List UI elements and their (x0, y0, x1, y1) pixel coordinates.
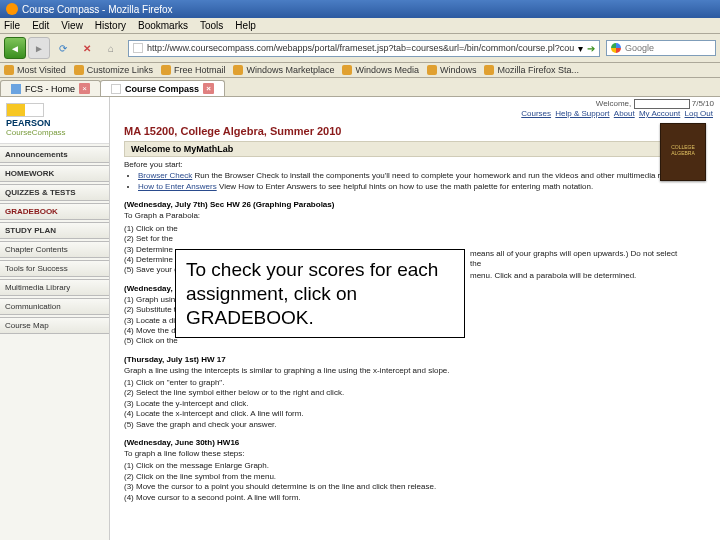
nav-homework[interactable]: HOMEWORK (0, 165, 109, 182)
bullet-browser-check: Browser Check Run the Browser Check to i… (138, 171, 706, 182)
tab-fcs-home[interactable]: FCS - Home × (0, 80, 101, 96)
course-title: MA 15200, College Algebra, Summer 2010 (124, 125, 706, 137)
nav-coursemap[interactable]: Course Map (0, 317, 109, 334)
bookmark-bar: Most Visited Customize Links Free Hotmai… (0, 63, 720, 78)
brand-pearson: PEARSON (6, 118, 103, 128)
enter-answers-link[interactable]: How to Enter Answers (138, 182, 217, 191)
menu-view[interactable]: View (61, 20, 83, 31)
top-account-nav: Welcome, 7/5/10 Courses Help & Support A… (520, 99, 714, 118)
brand-coursecompass: CourseCompass (6, 128, 103, 137)
close-icon[interactable]: × (203, 83, 214, 94)
page-icon (233, 65, 243, 75)
callout-box: To check your scores for each assignment… (175, 249, 465, 338)
bookmark-marketplace[interactable]: Windows Marketplace (233, 65, 334, 75)
menu-history[interactable]: History (95, 20, 126, 31)
callout-text: To check your scores for each assignment… (186, 259, 438, 328)
bookmark-mozilla[interactable]: Mozilla Firefox Sta... (484, 65, 579, 75)
folder-icon (4, 65, 14, 75)
page-icon (74, 65, 84, 75)
hw-sidenote-1b: menu. Click and a parabola will be deter… (470, 271, 690, 281)
tab-icon (111, 84, 121, 94)
brand-block: PEARSON CourseCompass (0, 97, 109, 144)
page-icon (342, 65, 352, 75)
date-label: 7/5/10 (692, 99, 714, 108)
hw-block-4: (Wednesday, June 30th) HW16 To graph a l… (124, 438, 706, 503)
before-you-start: Before you start: Browser Check Run the … (124, 160, 706, 192)
link-courses[interactable]: Courses (521, 109, 551, 118)
tab-icon (11, 84, 21, 94)
search-input[interactable] (625, 43, 695, 53)
nav-multimedia[interactable]: Multimedia Library (0, 279, 109, 296)
bookmark-hotmail[interactable]: Free Hotmail (161, 65, 226, 75)
bookmark-customize[interactable]: Customize Links (74, 65, 153, 75)
site-icon (133, 43, 143, 53)
window-titlebar: Course Compass - Mozilla Firefox (0, 0, 720, 18)
hw-intro-4: To graph a line follow these steps: (124, 449, 706, 459)
nav-chapter[interactable]: Chapter Contents (0, 241, 109, 258)
home-button[interactable]: ⌂ (100, 37, 122, 59)
left-nav: Announcements HOMEWORK QUIZZES & TESTS G… (0, 144, 109, 334)
nav-studyplan[interactable]: STUDY PLAN (0, 222, 109, 239)
forward-button: ► (28, 37, 50, 59)
username-field[interactable] (634, 99, 690, 109)
bookmark-media[interactable]: Windows Media (342, 65, 419, 75)
back-button[interactable]: ◄ (4, 37, 26, 59)
page-icon (161, 65, 171, 75)
menu-edit[interactable]: Edit (32, 20, 49, 31)
firefox-icon (6, 3, 18, 15)
link-logout[interactable]: Log Out (685, 109, 713, 118)
browser-check-link[interactable]: Browser Check (138, 171, 192, 180)
tab-bar: FCS - Home × Course Compass × (0, 78, 720, 97)
hw-intro-3: Graph a line using the intercepts is sim… (124, 366, 706, 376)
page-icon (484, 65, 494, 75)
close-icon[interactable]: × (79, 83, 90, 94)
window-title: Course Compass - Mozilla Firefox (22, 4, 173, 15)
menu-file[interactable]: File (4, 20, 20, 31)
bookmark-most-visited[interactable]: Most Visited (4, 65, 66, 75)
search-box[interactable] (606, 40, 716, 56)
left-sidebar: PEARSON CourseCompass Announcements HOME… (0, 97, 110, 540)
dropdown-icon[interactable]: ▾ (578, 43, 583, 54)
nav-gradebook[interactable]: GRADEBOOK (0, 203, 109, 220)
menu-bookmarks[interactable]: Bookmarks (138, 20, 188, 31)
bookmark-windows[interactable]: Windows (427, 65, 477, 75)
hw-date-1: (Wednesday, July 7th) Sec HW 26 (Graphin… (124, 200, 706, 209)
stop-button[interactable]: ✕ (76, 37, 98, 59)
hw-date-3: (Thursday, July 1st) HW 17 (124, 355, 706, 364)
url-bar[interactable]: http://www.coursecompass.com/webapps/por… (128, 40, 600, 57)
reload-button[interactable]: ⟳ (52, 37, 74, 59)
hw-sidenote-1: means all of your graphs will open upwar… (470, 249, 690, 270)
link-help[interactable]: Help & Support (555, 109, 609, 118)
hw-intro-1: To Graph a Parabola: (124, 211, 706, 221)
hw-date-4: (Wednesday, June 30th) HW16 (124, 438, 706, 447)
hw-block-3: (Thursday, July 1st) HW 17 Graph a line … (124, 355, 706, 430)
hw-steps-4: (1) Click on the message Enlarge Graph. … (124, 461, 706, 503)
url-text: http://www.coursecompass.com/webapps/por… (147, 43, 574, 53)
link-account[interactable]: My Account (639, 109, 680, 118)
page-icon (427, 65, 437, 75)
pearson-logo-icon (6, 103, 44, 117)
nav-tools[interactable]: Tools for Success (0, 260, 109, 277)
menu-bar: File Edit View History Bookmarks Tools H… (0, 18, 720, 34)
menu-tools[interactable]: Tools (200, 20, 223, 31)
section-title: Welcome to MyMathLab (124, 141, 706, 157)
link-about[interactable]: About (614, 109, 635, 118)
bullet-enter-answers: How to Enter Answers View How to Enter A… (138, 182, 706, 193)
welcome-label: Welcome, (596, 99, 631, 108)
hw-steps-3: (1) Click on "enter to graph". (2) Selec… (124, 378, 706, 430)
google-icon (611, 43, 621, 53)
nav-toolbar: ◄ ► ⟳ ✕ ⌂ http://www.coursecompass.com/w… (0, 34, 720, 63)
nav-announcements[interactable]: Announcements (0, 146, 109, 163)
tab-course-compass[interactable]: Course Compass × (100, 80, 225, 96)
menu-help[interactable]: Help (235, 20, 256, 31)
nav-communication[interactable]: Communication (0, 298, 109, 315)
nav-quizzes[interactable]: QUIZZES & TESTS (0, 184, 109, 201)
go-button[interactable]: ➔ (587, 43, 595, 54)
textbook-cover[interactable]: COLLEGE ALGEBRA (660, 123, 706, 181)
